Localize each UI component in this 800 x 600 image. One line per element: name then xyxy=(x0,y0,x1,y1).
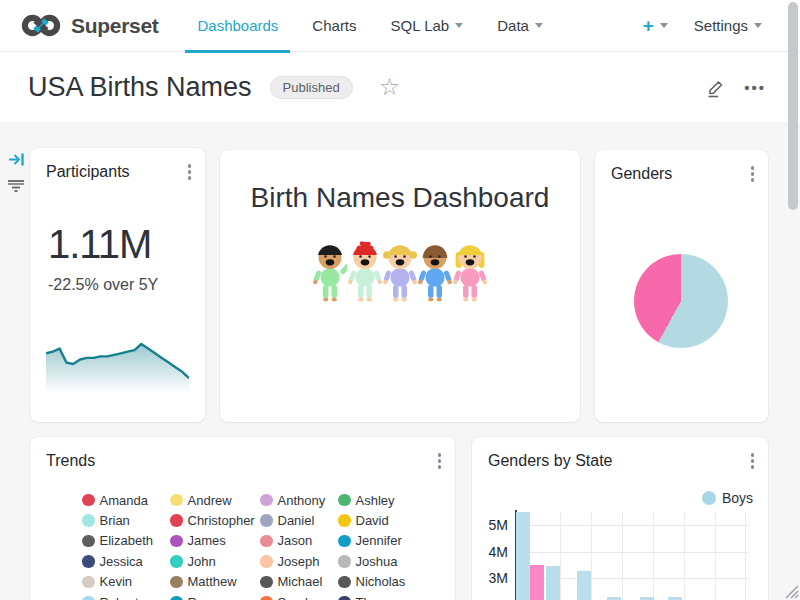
legend-item[interactable]: David xyxy=(338,510,438,530)
expand-filter-bar-icon[interactable] xyxy=(8,151,25,168)
legend-item[interactable]: John xyxy=(170,551,260,571)
y-axis-tick: 3M xyxy=(472,570,508,586)
bar-boys[interactable] xyxy=(640,597,654,600)
legend-label: Robert xyxy=(100,595,139,600)
nav-item-data[interactable]: Data xyxy=(497,0,543,52)
legend-item[interactable]: Nicholas xyxy=(338,572,438,592)
legend-item[interactable]: Brian xyxy=(82,510,170,530)
participants-sparkline[interactable] xyxy=(46,336,189,402)
legend-dot-icon xyxy=(170,514,183,527)
legend-item[interactable]: Jessica xyxy=(82,551,170,571)
legend-dot-icon xyxy=(82,576,95,589)
superset-app: Superset DashboardsChartsSQL LabData + S… xyxy=(0,0,800,600)
y-axis-tick: 5M xyxy=(472,517,508,533)
legend-item[interactable]: Matthew xyxy=(170,572,260,592)
legend-item[interactable]: Anthony xyxy=(260,490,338,510)
kebab-menu-icon[interactable] xyxy=(749,164,757,184)
resize-handle-icon[interactable] xyxy=(781,581,799,599)
bar-boys[interactable] xyxy=(516,512,530,600)
gridline xyxy=(653,512,654,600)
settings-label: Settings xyxy=(694,17,748,34)
legend-label: Joseph xyxy=(278,554,320,569)
legend-item[interactable]: Joseph xyxy=(260,551,338,571)
legend-dot-icon xyxy=(82,535,95,548)
status-badge: Published xyxy=(270,76,353,99)
legend-dot-icon xyxy=(338,535,351,548)
filter-icon[interactable] xyxy=(7,179,25,193)
legend-item[interactable]: Michael xyxy=(260,572,338,592)
bar-boys[interactable] xyxy=(668,597,682,600)
legend-item[interactable]: Jennifer xyxy=(338,531,438,551)
legend-label: Jennifer xyxy=(356,533,402,548)
legend-label: James xyxy=(188,533,226,548)
favorite-star-icon[interactable]: ☆ xyxy=(379,77,401,97)
legend-item[interactable]: Daniel xyxy=(260,510,338,530)
nav-item-label: Charts xyxy=(312,17,356,34)
legend-item[interactable]: Christopher xyxy=(170,510,260,530)
legend-label: Andrew xyxy=(188,493,232,508)
legend-item[interactable]: Amanda xyxy=(82,490,170,510)
kebab-menu-icon[interactable] xyxy=(186,162,194,182)
legend-dot-icon xyxy=(170,494,183,507)
kebab-menu-icon[interactable] xyxy=(436,451,444,471)
gridline xyxy=(591,512,592,600)
dashboard-grid: Participants 1.11M -22.5% over 5Y Birth … xyxy=(0,122,800,600)
legend-label: David xyxy=(356,513,389,528)
bar-boys[interactable] xyxy=(546,566,560,600)
genders-pie-chart[interactable] xyxy=(634,254,728,348)
legend-item[interactable]: Thomas xyxy=(338,592,438,600)
genders-by-state-chart[interactable]: 5M4M3M xyxy=(472,437,768,600)
legend-dot-icon xyxy=(260,514,273,527)
legend-item[interactable]: Andrew xyxy=(170,490,260,510)
legend-label: Amanda xyxy=(100,493,148,508)
card-genders: Genders xyxy=(595,150,768,422)
superset-infinity-icon xyxy=(20,12,62,39)
more-actions-icon[interactable]: ••• xyxy=(744,79,766,96)
bar-girls[interactable] xyxy=(530,565,544,600)
legend-label: Anthony xyxy=(278,493,326,508)
gridline xyxy=(745,512,746,600)
nav-item-dashboards[interactable]: Dashboards xyxy=(197,0,278,52)
legend-item[interactable]: Elizabeth xyxy=(82,531,170,551)
nav-item-sql-lab[interactable]: SQL Lab xyxy=(391,0,464,52)
legend-item[interactable]: Ryan xyxy=(170,592,260,600)
caret-down-icon xyxy=(754,23,762,28)
legend-item[interactable]: James xyxy=(170,531,260,551)
legend-item[interactable]: Kevin xyxy=(82,572,170,592)
legend-item[interactable]: Jason xyxy=(260,531,338,551)
kid-figure xyxy=(453,240,487,304)
legend-dot-icon xyxy=(338,555,351,568)
legend-dot-icon xyxy=(260,535,273,548)
legend-item[interactable]: Robert xyxy=(82,592,170,600)
legend-dot-icon xyxy=(82,514,95,527)
scrollbar-thumb[interactable] xyxy=(788,2,798,210)
settings-menu[interactable]: Settings xyxy=(694,17,762,34)
card-trends: Trends Amanda Andrew Anthony Ashley Bria… xyxy=(30,437,455,600)
legend-dot-icon xyxy=(338,596,351,600)
nav-item-label: SQL Lab xyxy=(391,17,450,34)
legend-label: Elizabeth xyxy=(100,533,153,548)
legend-label: Thomas xyxy=(356,595,403,600)
nav-item-charts[interactable]: Charts xyxy=(312,0,356,52)
kid-figure xyxy=(348,240,382,304)
bar-boys[interactable] xyxy=(607,597,621,600)
legend-item[interactable]: Sarah xyxy=(260,592,338,600)
legend-item[interactable]: Joshua xyxy=(338,551,438,571)
nav-right: + Settings xyxy=(643,15,784,37)
kid-figure xyxy=(383,240,417,304)
legend-dot-icon xyxy=(338,514,351,527)
new-item-button[interactable]: + xyxy=(643,15,668,37)
gridline xyxy=(715,512,716,600)
legend-label: Brian xyxy=(100,513,130,528)
legend-item[interactable]: Ashley xyxy=(338,490,438,510)
edit-pencil-icon[interactable] xyxy=(705,77,726,98)
legend-dot-icon xyxy=(338,576,351,589)
markdown-heading: Birth Names Dashboard xyxy=(220,182,580,214)
legend-label: Christopher xyxy=(188,513,255,528)
gridline xyxy=(622,512,623,600)
legend-label: Daniel xyxy=(278,513,315,528)
superset-logo[interactable]: Superset xyxy=(20,12,158,39)
legend-label: John xyxy=(188,554,216,569)
bar-boys[interactable] xyxy=(577,571,591,600)
legend-label: Nicholas xyxy=(356,574,406,589)
